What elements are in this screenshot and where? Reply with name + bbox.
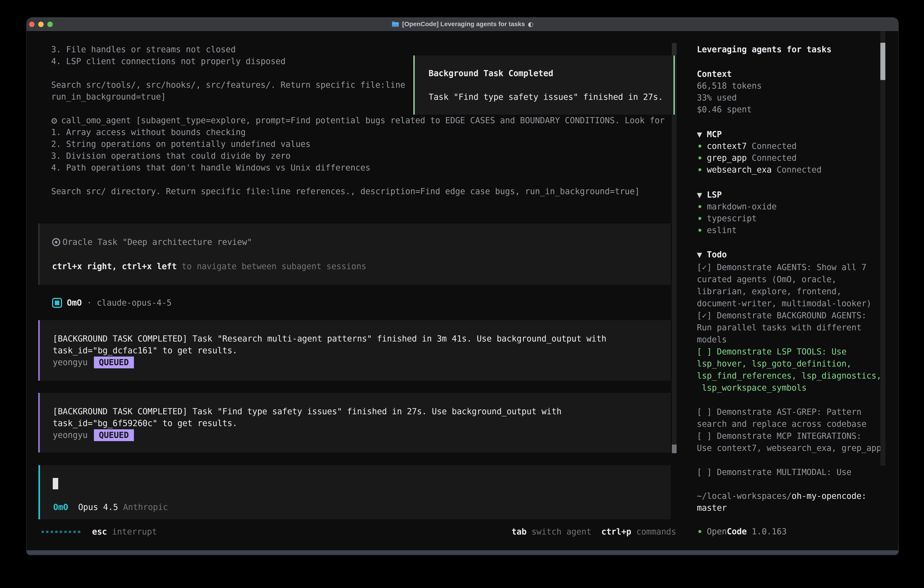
workspace-path: ~/local-workspaces/oh-my-opencode: xyxy=(697,490,866,502)
context-section: Context66,518 tokens33% used$0.46 spent xyxy=(697,68,762,116)
chevron-down-icon: ▼ xyxy=(697,129,702,140)
spinner-dot xyxy=(78,531,80,533)
line-text: 4. Path operations that don't handle Win… xyxy=(51,163,370,173)
line-text: 3. Division operations that could divide… xyxy=(51,151,290,161)
todo-line: [ ] Demonstrate AST-GREP: Pattern xyxy=(697,406,881,418)
line-text: Search src/ directory. Return specific f… xyxy=(51,187,640,196)
toast-body: Task "Find type safety issues" finished … xyxy=(429,91,663,103)
app-version-number: 1.0.163 xyxy=(747,527,787,537)
workspace-section: ~/local-workspaces/oh-my-opencode:master xyxy=(697,490,866,514)
lsp-section: ▼ LSP• markdown-oxide• typescript• eslin… xyxy=(697,189,777,236)
todo-line: [✓] Demonstrate BACKGROUND AGENTS: xyxy=(697,309,881,322)
window-titlebar[interactable]: [OpenCode] Leveraging agents for tasks ◐ xyxy=(26,18,898,31)
workspace-repo: oh-my-opencode: xyxy=(792,491,866,501)
esc-key-label: interrupt xyxy=(107,527,157,537)
lsp-item-name: eslint xyxy=(702,225,737,235)
mcp-item-name: grep_app xyxy=(702,153,747,163)
line-text: MCP xyxy=(702,129,722,139)
mcp-item-name: context7 xyxy=(702,141,747,151)
message-author: yeongyu xyxy=(53,430,88,440)
mcp-item: • grep_app Connected xyxy=(697,152,822,164)
line-text: call_omo_agent [subagent_type=explore, p… xyxy=(61,116,665,125)
app-window: [OpenCode] Leveraging agents for tasks ◐… xyxy=(26,17,899,555)
bullet-icon: • xyxy=(697,526,702,538)
line-text: LSP xyxy=(702,190,722,200)
mcp-item-status: Connected xyxy=(747,141,797,151)
terminal-line: 2. String operations on potentially unde… xyxy=(51,138,665,150)
terminal-line xyxy=(51,174,665,185)
mcp-item-status: Connected xyxy=(772,165,822,175)
input-agent: OmO xyxy=(53,502,68,512)
toast-title: Background Task Completed xyxy=(429,68,553,79)
todo-section: ▼ Todo xyxy=(697,249,727,261)
window-title: [OpenCode] Leveraging agents for tasks xyxy=(402,20,525,28)
bullet-icon: • xyxy=(697,225,702,237)
mcp-section: ▼ MCP• context7 Connected• grep_app Conn… xyxy=(697,129,822,176)
spinner-dots xyxy=(41,526,82,538)
bullet-icon: • xyxy=(697,152,702,164)
input-provider: Anthropic xyxy=(123,502,168,512)
half-circle-icon: ◐ xyxy=(528,20,533,28)
terminal-line: 3. Division operations that could divide… xyxy=(51,150,665,162)
sidebar-title: Leveraging agents for tasks xyxy=(697,44,832,56)
terminal-line: 4. Path operations that don't handle Win… xyxy=(51,162,665,174)
todo-line: curated agents (OmO, oracle, xyxy=(697,273,881,285)
oracle-task-title-text: Oracle Task "Deep architecture review" xyxy=(63,236,252,248)
spacer xyxy=(591,527,601,537)
sidebar-scrollbar-thumb[interactable] xyxy=(880,43,885,80)
line-text: run_in_background=true] xyxy=(51,92,166,102)
tab-key-hint: tab xyxy=(512,527,526,537)
todo-line: document-writer, multimodal-looker) xyxy=(697,297,881,309)
context-heading: Context xyxy=(697,68,762,80)
context-line: 66,518 tokens xyxy=(697,80,762,92)
oracle-task-title: Oracle Task "Deep architecture review" xyxy=(52,236,252,248)
main-scrollbar-top-thumb[interactable] xyxy=(672,43,676,55)
esc-key-hint: esc xyxy=(92,527,107,537)
message-line: task_id="bg_6f59260c" to get results. xyxy=(53,418,562,429)
main-scrollbar-thumb[interactable] xyxy=(672,444,676,453)
chevron-down-icon: ▼ xyxy=(697,189,702,201)
bullet-icon: • xyxy=(697,213,702,225)
todo-heading: ▼ Todo xyxy=(697,249,727,261)
bullet-icon: • xyxy=(697,164,702,176)
toast-notification: Background Task Completed Task "Find typ… xyxy=(413,56,675,115)
mcp-item: • context7 Connected xyxy=(697,140,822,152)
message-meta: yeongyuQUEUED xyxy=(53,357,606,368)
todo-line: lsp_hover, lsp_goto_definition, xyxy=(697,358,881,370)
spinner-dot xyxy=(55,531,58,533)
terminal-line: Search src/ directory. Return specific f… xyxy=(51,185,665,197)
oracle-task-hint: ctrl+x right, ctrl+x left to navigate be… xyxy=(52,261,366,273)
lsp-heading: ▼ LSP xyxy=(697,189,777,201)
version-section: • OpenCode 1.0.163 xyxy=(697,526,787,537)
status-badge: QUEUED xyxy=(94,357,134,368)
app-name-light: Open xyxy=(702,527,727,537)
ctrlp-key-label: commands xyxy=(631,527,676,537)
app-name-bold: Code xyxy=(727,527,747,537)
todo-line: [ ] Demonstrate MULTIMODAL: Use xyxy=(697,466,881,478)
todo-list: [✓] Demonstrate AGENTS: Show all 7curate… xyxy=(697,261,881,478)
workspace-branch: master xyxy=(697,502,866,514)
oracle-task-panel: Oracle Task "Deep architecture review" c… xyxy=(38,223,671,285)
message-line: [BACKGROUND TASK COMPLETED] Task "Find t… xyxy=(53,406,562,418)
tab-key-label: switch agent xyxy=(526,527,591,537)
input-model: Opus 4.5 xyxy=(78,502,118,512)
spinner-dot xyxy=(51,531,53,533)
mcp-item-name: websearch_exa xyxy=(702,165,772,175)
lsp-item: • typescript xyxy=(697,213,777,225)
todo-line: Run parallel tasks with different xyxy=(697,322,881,334)
prompt-input[interactable]: OmO Opus 4.5 Anthropic xyxy=(38,465,671,519)
todo-line: [✓] Demonstrate AGENTS: Show all 7 xyxy=(697,261,881,273)
bullet-icon: • xyxy=(697,201,702,213)
sidebar-scrollbar-track[interactable] xyxy=(880,31,885,466)
spacer xyxy=(118,502,123,512)
mcp-heading: ▼ MCP xyxy=(697,129,822,140)
line-text: 2. String operations on potentially unde… xyxy=(51,139,310,149)
spinner-dot xyxy=(64,531,67,533)
text-cursor xyxy=(53,478,58,489)
fisheye-icon xyxy=(52,238,60,246)
spinner-dot xyxy=(69,531,71,533)
spacer xyxy=(68,502,78,512)
version-line: • OpenCode 1.0.163 xyxy=(697,526,787,537)
terminal-content: 3. File handles or streams not closed4. … xyxy=(26,31,898,551)
window-title-group: [OpenCode] Leveraging agents for tasks ◐ xyxy=(26,18,898,30)
